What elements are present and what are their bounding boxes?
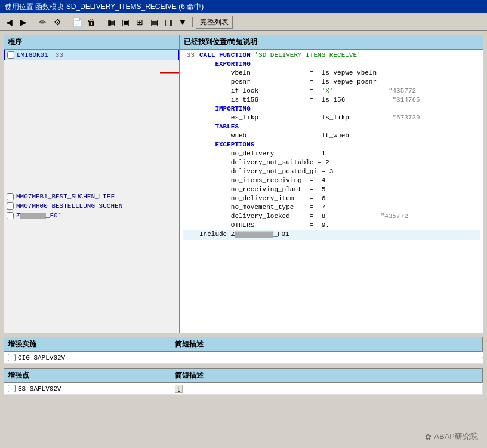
left-spacer: [4, 60, 179, 192]
code-line-iflock: if_lock = 'X' "435772: [183, 87, 480, 96]
include-line: Include Z████████████_F01: [183, 230, 480, 240]
btn3[interactable]: ⊞: [133, 16, 146, 29]
code-line-0: 33 CALL FUNCTION 'SD_DELIVERY_ITEMS_RECE…: [183, 51, 480, 60]
enh2-name-0: ES_SAPLV02V: [18, 385, 61, 392]
delete-btn[interactable]: 🗑: [85, 16, 98, 29]
enh1-checkbox-0[interactable]: [8, 354, 16, 361]
enh2-checkbox-0[interactable]: [8, 385, 16, 392]
code-text-0: CALL FUNCTION 'SD_DELIVERY_ITEMS_RECEIVE…: [199, 51, 361, 60]
code-line-nodelivitem: no_delivery_item = 6: [183, 194, 480, 203]
code-line-nodelivery: no_delivery = 1: [183, 149, 480, 158]
code-line-vbeln: vbeln = ls_vepwe-vbeln: [183, 69, 480, 78]
title-bar: 使用位置 函数模块 SD_DELIVERY_ITEMS_RECEIVE (6 命…: [0, 0, 487, 13]
bottom-section: 增强实施 简短描述 OIG_SAPLV02V 增强点 简短描述 ES_SAPLV: [4, 337, 483, 444]
enh1-cell-desc-0: [171, 357, 483, 359]
left-content: LMIGOK01 33 MM07MFB1_: [4, 50, 179, 333]
enh1-name-0: OIG_SAPLV02V: [18, 354, 65, 361]
line-num-label: 33: [56, 51, 63, 59]
enhancement-panel-2: 增强点 简短描述 ES_SAPLV02V [: [4, 368, 483, 395]
code-line-1: EXPORTING: [183, 60, 480, 69]
enhancement-panel-1: 增强实施 简短描述 OIG_SAPLV02V: [4, 337, 483, 364]
right-panel-header: 已经找到位置/简短说明: [180, 35, 483, 50]
back-btn[interactable]: ◀: [2, 16, 16, 29]
code-line-tables: TABLES: [183, 122, 480, 131]
right-content: 33 CALL FUNCTION 'SD_DELIVERY_ITEMS_RECE…: [180, 50, 483, 333]
main-content: 程序 LMIGOK01 33: [0, 31, 487, 448]
sep2: [67, 17, 67, 27]
code-line-importing: IMPORTING: [183, 105, 480, 113]
code-line-delivnotposted: delivery_not_posted_gi = 3: [183, 167, 480, 176]
program-name-3: Z████████_F01: [16, 212, 61, 219]
forward-btn[interactable]: ▶: [17, 16, 30, 29]
enh2-col1-header: 增强点: [4, 369, 171, 382]
program-item-2[interactable]: MM07MH00_BESTELLLUNG_SUCHEN: [4, 201, 179, 211]
program-item-0[interactable]: LMIGOK01 33: [4, 50, 179, 60]
program-name-2: MM07MH00_BESTELLLUNG_SUCHEN: [16, 202, 122, 210]
title-text: 使用位置 函数模块 SD_DELIVERY_ITEMS_RECEIVE (6 命…: [5, 2, 204, 12]
code-line-others: OTHERS = 9.: [183, 221, 480, 230]
code-line-nomovtype: no_movement_type = 7: [183, 203, 480, 212]
left-panel-header: 程序: [4, 35, 179, 50]
code-line-wueb: wueb = lt_wueb: [183, 131, 480, 140]
full-list-btn[interactable]: 完整列表: [196, 16, 233, 29]
btn4[interactable]: ▤: [147, 16, 161, 29]
program-item-1[interactable]: MM07MFB1_BEST_SUCHEN_LIEF: [4, 192, 179, 201]
program-item-3[interactable]: Z████████_F01: [4, 211, 179, 220]
enh2-col2-header: 简短描述: [171, 369, 483, 382]
copy-btn[interactable]: 📄: [70, 16, 84, 29]
edit-btn[interactable]: ✏: [36, 16, 50, 29]
code-line-exceptions: EXCEPTIONS: [183, 140, 480, 149]
code-line-posnr: posnr = ls_vepwe-posnr: [183, 78, 480, 87]
right-panel: 已经找到位置/简短说明 33 CALL FUNCTION 'SD_DELIVER…: [180, 35, 483, 333]
enhancement-header-row-1: 增强实施 简短描述: [4, 337, 483, 352]
btn5[interactable]: ▥: [162, 16, 175, 29]
btn1[interactable]: ▦: [104, 16, 118, 29]
program-checkbox-2[interactable]: [7, 202, 14, 210]
filter-btn[interactable]: ▼: [176, 16, 189, 29]
program-name-0: LMIGOK01: [17, 51, 48, 59]
code-line-delivlocked: delivery_locked = 8 "435772: [183, 212, 480, 221]
code-line-noreceivingplant: no_receiving_plant = 5: [183, 185, 480, 194]
program-checkbox-3[interactable]: [7, 212, 14, 219]
enh1-col1-header: 增强实施: [4, 337, 171, 351]
code-line-eslikp: es_likp = ls_likp "673739: [183, 113, 480, 122]
enh1-row-0[interactable]: OIG_SAPLV02V: [4, 352, 483, 364]
enh1-col2-header: 简短描述: [171, 337, 483, 351]
btn2[interactable]: ▣: [119, 16, 132, 29]
sep1: [33, 17, 33, 27]
enh2-cell-name-0: ES_SAPLV02V: [4, 383, 171, 394]
left-panel: 程序 LMIGOK01 33: [4, 35, 180, 333]
program-checkbox-1[interactable]: [7, 193, 14, 200]
code-keyword-exporting: EXPORTING: [199, 60, 251, 69]
sep4: [192, 17, 193, 27]
line-num-blank: [183, 60, 199, 69]
enhancement-header-row-2: 增强点 简短描述: [4, 369, 483, 383]
top-panel: 程序 LMIGOK01 33: [4, 35, 483, 333]
toolbar: ◀ ▶ ✏ ⚙ 📄 🗑 ▦ ▣ ⊞ ▤ ▥ ▼ 完整列表: [0, 13, 487, 31]
sep3: [101, 17, 101, 27]
enh1-cell-name-0: OIG_SAPLV02V: [4, 352, 171, 363]
program-checkbox-0[interactable]: [7, 51, 14, 59]
settings-btn[interactable]: ⚙: [51, 16, 64, 29]
code-line-noitemsreceiving: no_items_receiving = 4: [183, 176, 480, 185]
enh2-cell-desc-0: [: [171, 384, 483, 394]
code-line-ist156: is_t156 = ls_156 "314765: [183, 96, 480, 105]
enh2-row-0[interactable]: ES_SAPLV02V [: [4, 383, 483, 395]
program-name-1: MM07MFB1_BEST_SUCHEN_LIEF: [16, 193, 115, 200]
line-num-0: 33: [183, 51, 199, 60]
code-line-delivnotsuitable: delivery_not_suitable = 2: [183, 158, 480, 167]
